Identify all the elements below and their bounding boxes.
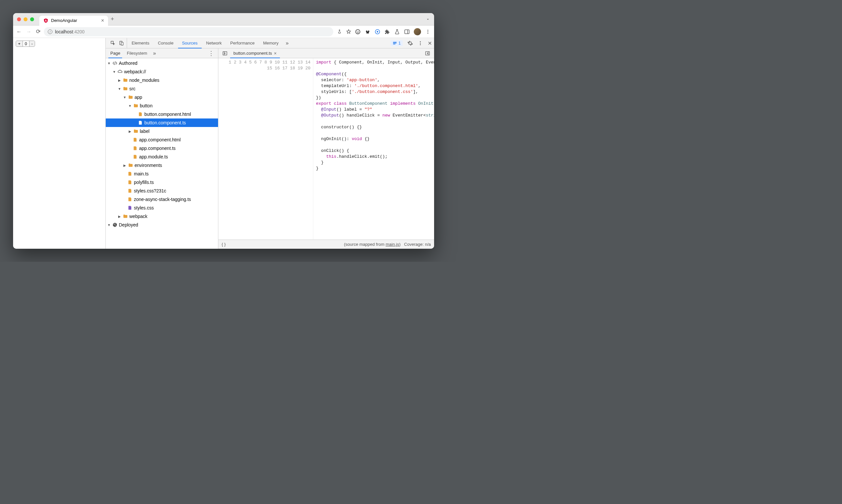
svg-point-9 [428, 33, 429, 34]
tree-styles-css-q[interactable]: styles.css?231c [106, 186, 218, 195]
tree-main-ts[interactable]: main.ts [106, 169, 218, 178]
line-gutter: 1 2 3 4 5 6 7 8 9 10 11 12 13 14 15 16 1… [218, 58, 313, 239]
site-info-icon[interactable]: i [48, 30, 52, 34]
tab-memory[interactable]: Memory [259, 38, 283, 48]
side-panel-icon[interactable] [404, 29, 410, 35]
editor-tab[interactable]: button.component.ts × [230, 49, 280, 58]
devtools-settings-icon[interactable] [407, 40, 413, 46]
tab-console[interactable]: Console [154, 38, 177, 48]
tree-styles-css[interactable]: styles.css [106, 203, 218, 212]
extension-icons [355, 28, 431, 35]
issues-count: 1 [398, 41, 401, 46]
url-field[interactable]: i localhost:4200 [44, 27, 333, 36]
tree-webpack[interactable]: ▼webpack:// [106, 68, 218, 76]
browser-window: DemoAngular × + ← → ⟳ i localhost:4200 [13, 13, 434, 249]
coverage-label: Coverage: n/a [404, 242, 431, 247]
tab-close-button[interactable]: × [101, 18, 104, 23]
devtools-body: Page Filesystem » ⋮ ▼Authored ▼webpack:/… [106, 49, 434, 249]
file-icon [127, 171, 132, 176]
reload-button[interactable]: ⟳ [36, 28, 41, 35]
back-button[interactable]: ← [16, 29, 22, 35]
counter-plus-button[interactable]: + [16, 41, 23, 47]
tree-src[interactable]: ▼src [106, 85, 218, 93]
main-split: + 0 - Elements Console Sources Network P… [13, 38, 434, 249]
tree-node-modules[interactable]: ▶node_modules [106, 76, 218, 85]
tab-title: DemoAngular [51, 18, 77, 23]
code-area[interactable]: 1 2 3 4 5 6 7 8 9 10 11 12 13 14 15 16 1… [218, 58, 434, 239]
tree-button-folder[interactable]: ▼button [106, 102, 218, 110]
pretty-print-icon[interactable]: { } [222, 242, 226, 247]
page-content: + 0 - [13, 38, 106, 249]
devtools-close-icon[interactable] [428, 41, 432, 46]
devtools: Elements Console Sources Network Perform… [106, 38, 434, 249]
sidebar-tab-page[interactable]: Page [107, 49, 123, 58]
extensions-button[interactable] [384, 29, 390, 35]
tab-performance[interactable]: Performance [226, 38, 258, 48]
inspect-element-icon[interactable] [110, 40, 115, 46]
tree-polyfills[interactable]: polyfills.ts [106, 178, 218, 186]
tree-button-ts[interactable]: button.component.ts [106, 119, 218, 127]
tree-app-ts[interactable]: app.component.ts [106, 144, 218, 152]
svg-rect-5 [405, 30, 409, 34]
tab-sources[interactable]: Sources [178, 38, 202, 48]
editor-tab-close-icon[interactable]: × [274, 51, 276, 56]
tree-deployed[interactable]: ▼Deployed [106, 220, 218, 229]
angular-favicon [43, 18, 49, 23]
folder-icon [128, 163, 133, 168]
issues-badge[interactable]: 1 [391, 40, 403, 46]
sidebar-menu-button[interactable]: ⋮ [205, 50, 217, 57]
url-bar: ← → ⟳ i localhost:4200 [13, 25, 434, 38]
maximize-window-button[interactable] [30, 17, 34, 21]
minimize-window-button[interactable] [23, 17, 28, 21]
extension-icon-3[interactable] [375, 29, 380, 35]
svg-point-2 [358, 31, 359, 32]
devtools-menu-icon[interactable] [418, 40, 423, 46]
tree-app[interactable]: ▼app [106, 93, 218, 102]
titlebar: DemoAngular × + [13, 13, 434, 25]
sidebar-tabs: Page Filesystem » ⋮ [106, 49, 218, 58]
file-icon [132, 154, 138, 159]
tree-authored[interactable]: ▼Authored [106, 59, 218, 68]
svg-point-8 [428, 31, 429, 32]
code-content[interactable]: import { Component, OnInit, Input, Outpu… [313, 58, 434, 239]
new-tab-button[interactable]: + [111, 16, 114, 22]
counter-widget: + 0 - [16, 40, 35, 47]
bookmark-star-icon[interactable] [346, 29, 352, 35]
status-right: (source mapped from main.js) Coverage: n… [344, 242, 431, 247]
forward-button[interactable]: → [26, 29, 32, 35]
url-host: localhost:4200 [55, 29, 85, 34]
tree-webpack-folder[interactable]: ▶webpack [106, 212, 218, 220]
editor-tab-title: button.component.ts [233, 51, 272, 56]
right-pane-toggle-icon[interactable] [422, 51, 433, 56]
tab-list-button[interactable] [426, 17, 430, 22]
tree-app-module[interactable]: app.module.ts [106, 152, 218, 161]
chrome-menu-button[interactable] [425, 29, 431, 35]
tree-button-html[interactable]: button.component.html [106, 110, 218, 119]
devtools-tabs: Elements Console Sources Network Perform… [106, 38, 434, 49]
share-icon[interactable] [337, 29, 342, 35]
folder-icon [123, 77, 128, 83]
svg-point-15 [420, 44, 421, 45]
extension-icon-1[interactable] [355, 29, 361, 35]
tab-elements[interactable]: Elements [128, 38, 153, 48]
labs-icon[interactable] [394, 29, 400, 35]
tree-zone-tag[interactable]: zone-async-stack-tagging.ts [106, 195, 218, 203]
device-toggle-icon[interactable] [119, 40, 124, 46]
sidebar-tab-filesystem[interactable]: Filesystem [123, 49, 150, 58]
tree-app-html[interactable]: app.component.html [106, 136, 218, 144]
close-window-button[interactable] [17, 17, 21, 21]
profile-avatar[interactable] [414, 28, 421, 35]
tab-network[interactable]: Network [202, 38, 226, 48]
svg-rect-12 [121, 42, 123, 45]
sidebar-tabs-overflow[interactable]: » [150, 50, 159, 56]
file-icon [132, 137, 138, 142]
tree-environments[interactable]: ▶environments [106, 161, 218, 169]
mapped-link[interactable]: main.js [386, 242, 399, 247]
left-pane-toggle-icon[interactable] [220, 51, 230, 56]
browser-tab[interactable]: DemoAngular × [39, 16, 108, 25]
counter-minus-button[interactable]: - [30, 41, 35, 47]
extension-icon-2[interactable] [365, 29, 371, 35]
tree-label-folder[interactable]: ▶label [106, 127, 218, 136]
tabs-overflow-button[interactable]: » [283, 40, 291, 46]
counter-value: 0 [23, 41, 30, 47]
